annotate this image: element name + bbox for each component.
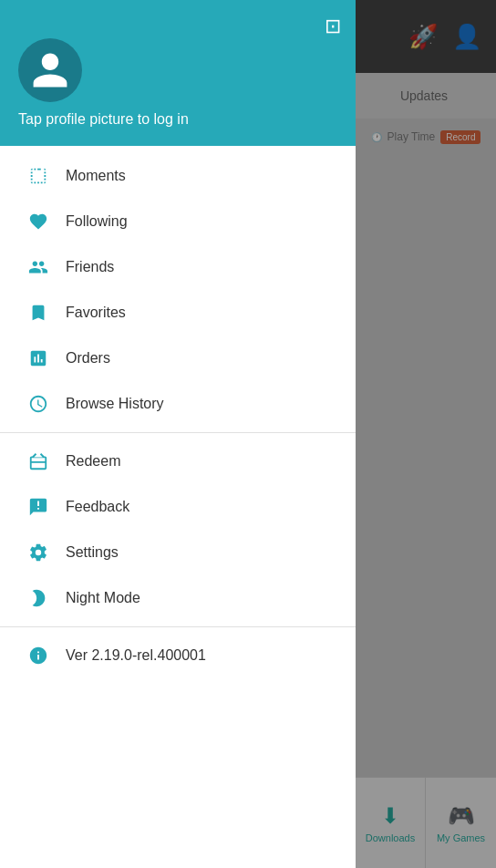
- menu-redeem-label: Redeem: [66, 453, 120, 470]
- friends-icon: [22, 257, 55, 277]
- menu-browse-history-label: Browse History: [66, 396, 164, 412]
- menu-item-version: Ver 2.19.0-rel.400001: [0, 633, 356, 678]
- menu-divider-2: [0, 626, 356, 627]
- menu-orders-label: Orders: [66, 350, 110, 367]
- menu-item-night-mode[interactable]: Night Mode: [0, 575, 356, 621]
- login-text: Tap profile picture to log in: [18, 111, 337, 128]
- menu-item-moments[interactable]: Moments: [0, 153, 356, 199]
- menu-following-label: Following: [66, 213, 128, 230]
- orders-icon: [22, 348, 55, 368]
- settings-icon: [22, 542, 55, 563]
- moon-icon: [22, 588, 55, 608]
- menu-friends-label: Friends: [66, 259, 114, 275]
- drawer-header: ⊡ Tap profile picture to log in: [0, 0, 356, 146]
- info-icon: [22, 646, 55, 666]
- menu-item-redeem[interactable]: Redeem: [0, 439, 356, 484]
- menu-moments-label: Moments: [66, 168, 126, 184]
- bookmark-icon: [22, 303, 55, 323]
- menu-feedback-label: Feedback: [66, 499, 129, 515]
- avatar-icon: [29, 49, 71, 91]
- scan-icon[interactable]: ⊡: [325, 15, 341, 38]
- menu-item-favorites[interactable]: Favorites: [0, 290, 356, 336]
- menu-night-mode-label: Night Mode: [66, 590, 140, 606]
- version-label: Ver 2.19.0-rel.400001: [66, 647, 206, 664]
- menu-item-friends[interactable]: Friends: [0, 244, 356, 290]
- redeem-icon: [22, 451, 55, 471]
- drawer-menu: Moments Following Friends Favorites Orde: [0, 146, 356, 868]
- feedback-icon: [22, 497, 55, 517]
- menu-item-following[interactable]: Following: [0, 199, 356, 244]
- menu-item-settings[interactable]: Settings: [0, 530, 356, 575]
- menu-item-feedback[interactable]: Feedback: [0, 484, 356, 530]
- clock-icon: [22, 394, 55, 414]
- heart-icon: [22, 212, 55, 232]
- drawer-panel: ⊡ Tap profile picture to log in Moments …: [0, 0, 356, 868]
- menu-item-orders[interactable]: Orders: [0, 336, 356, 381]
- menu-divider-1: [0, 432, 356, 433]
- menu-favorites-label: Favorites: [66, 305, 126, 321]
- avatar[interactable]: [18, 38, 82, 102]
- menu-settings-label: Settings: [66, 544, 119, 561]
- menu-item-browse-history[interactable]: Browse History: [0, 381, 356, 427]
- moments-icon: [22, 166, 55, 186]
